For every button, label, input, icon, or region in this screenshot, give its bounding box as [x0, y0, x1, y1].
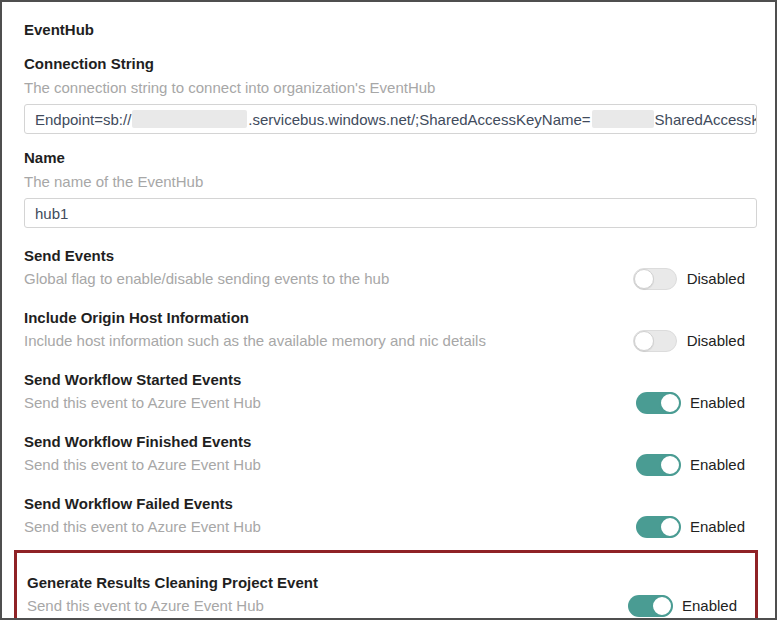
workflow-finished-toggle[interactable]: Enabled [636, 454, 753, 476]
include-origin-host-description: Include host information such as the ava… [24, 331, 633, 351]
toggle-row: Send this event to Azure Event Hub Enabl… [27, 595, 745, 617]
connection-string-label: Connection String [24, 54, 753, 74]
workflow-failed-description: Send this event to Azure Event Hub [24, 517, 636, 537]
send-events-label: Send Events [24, 246, 753, 266]
toggle-state-label: Enabled [690, 454, 745, 476]
connection-string-field: Connection String The connection string … [24, 54, 753, 134]
toggle-state-label: Disabled [687, 330, 745, 352]
include-origin-host-label: Include Origin Host Information [24, 308, 753, 328]
connection-string-value-middle: .servicebus.windows.net/;SharedAccessKey… [248, 111, 590, 128]
highlight-box: Generate Results Cleaning Project Event … [14, 550, 758, 620]
connection-string-description: The connection string to connect into or… [24, 78, 753, 98]
connection-string-value-prefix: Endpoint=sb:// [35, 111, 131, 128]
workflow-started-section: Send Workflow Started Events Send this e… [24, 370, 753, 414]
workflow-finished-label: Send Workflow Finished Events [24, 432, 753, 452]
include-origin-host-toggle[interactable]: Disabled [633, 330, 753, 352]
workflow-failed-toggle[interactable]: Enabled [636, 516, 753, 538]
connection-string-input[interactable]: Endpoint=sb://.servicebus.windows.net/;S… [24, 104, 757, 134]
redacted-keyname [592, 110, 654, 128]
generate-results-cleaning-label: Generate Results Cleaning Project Event [27, 573, 745, 593]
redacted-namespace [132, 110, 247, 128]
toggle-switch-icon[interactable] [636, 516, 680, 538]
toggle-state-label: Disabled [687, 268, 745, 290]
workflow-failed-section: Send Workflow Failed Events Send this ev… [24, 494, 753, 538]
generate-results-cleaning-toggle[interactable]: Enabled [628, 595, 745, 617]
toggle-knob-icon [634, 269, 654, 289]
toggle-state-label: Enabled [690, 392, 745, 414]
toggle-switch-icon[interactable] [628, 595, 672, 617]
toggle-row: Send this event to Azure Event Hub Enabl… [24, 516, 753, 538]
send-events-section: Send Events Global flag to enable/disabl… [24, 246, 753, 290]
toggle-row: Send this event to Azure Event Hub Enabl… [24, 454, 753, 476]
workflow-started-description: Send this event to Azure Event Hub [24, 393, 636, 413]
toggle-row: Send this event to Azure Event Hub Enabl… [24, 392, 753, 414]
toggle-knob-icon [659, 516, 681, 538]
toggle-row: Global flag to enable/disable sending ev… [24, 268, 753, 290]
send-events-toggle[interactable]: Disabled [633, 268, 753, 290]
workflow-finished-section: Send Workflow Finished Events Send this … [24, 432, 753, 476]
toggle-knob-icon [659, 454, 681, 476]
toggle-switch-icon[interactable] [633, 268, 677, 290]
name-label: Name [24, 148, 753, 168]
workflow-started-label: Send Workflow Started Events [24, 370, 753, 390]
name-field: Name The name of the EventHub [24, 148, 753, 228]
page-title: EventHub [24, 20, 753, 40]
toggle-knob-icon [659, 392, 681, 414]
send-events-description: Global flag to enable/disable sending ev… [24, 269, 633, 289]
connection-string-value-suffix: SharedAccessKey [655, 111, 757, 128]
toggle-row: Include host information such as the ava… [24, 330, 753, 352]
toggle-state-label: Enabled [682, 595, 737, 617]
toggle-switch-icon[interactable] [636, 454, 680, 476]
toggle-switch-icon[interactable] [636, 392, 680, 414]
generate-results-cleaning-section: Generate Results Cleaning Project Event … [27, 573, 745, 617]
generate-results-cleaning-description: Send this event to Azure Event Hub [27, 596, 628, 616]
name-input[interactable] [24, 198, 757, 228]
include-origin-host-section: Include Origin Host Information Include … [24, 308, 753, 352]
workflow-started-toggle[interactable]: Enabled [636, 392, 753, 414]
toggle-state-label: Enabled [690, 516, 745, 538]
workflow-failed-label: Send Workflow Failed Events [24, 494, 753, 514]
toggle-knob-icon [651, 595, 673, 617]
toggle-switch-icon[interactable] [633, 330, 677, 352]
name-description: The name of the EventHub [24, 172, 753, 192]
workflow-finished-description: Send this event to Azure Event Hub [24, 455, 636, 475]
toggle-knob-icon [634, 331, 654, 351]
